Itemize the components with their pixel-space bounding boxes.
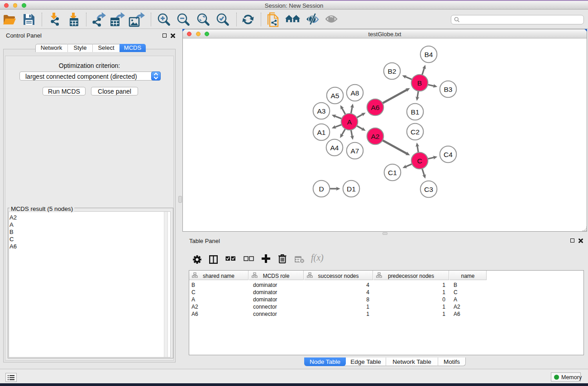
svg-text:C: C — [417, 157, 422, 165]
svg-text:D1: D1 — [347, 185, 356, 193]
svg-text:A3: A3 — [317, 107, 326, 115]
svg-text:A2: A2 — [371, 133, 380, 140]
svg-text:B4: B4 — [425, 51, 433, 58]
svg-text:A6: A6 — [371, 104, 380, 111]
svg-text:B2: B2 — [388, 67, 397, 75]
svg-text:A4: A4 — [330, 144, 339, 152]
svg-text:A7: A7 — [351, 147, 359, 155]
svg-text:A: A — [347, 118, 352, 126]
svg-text:B3: B3 — [444, 86, 453, 93]
svg-text:C1: C1 — [388, 169, 397, 176]
svg-text:A8: A8 — [351, 89, 359, 97]
svg-text:A5: A5 — [331, 92, 339, 100]
svg-text:C4: C4 — [444, 151, 453, 158]
svg-text:D: D — [319, 185, 324, 193]
svg-text:C2: C2 — [411, 128, 420, 136]
svg-text:A1: A1 — [317, 129, 326, 136]
svg-text:B1: B1 — [411, 108, 420, 116]
svg-text:C3: C3 — [424, 186, 433, 193]
svg-text:B: B — [417, 79, 422, 87]
